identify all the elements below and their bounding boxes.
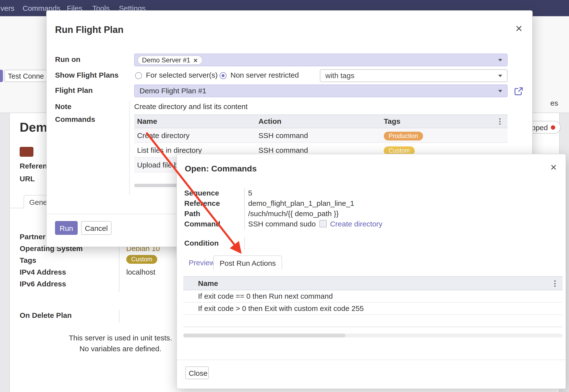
modal-title: Open: Commands xyxy=(185,164,257,174)
horizontal-scrollbar-track[interactable] xyxy=(183,334,563,337)
server-notes: This server is used in unit tests. No va… xyxy=(44,333,197,354)
create-directory-link[interactable]: Create directory xyxy=(330,220,382,228)
radio-selected-servers-label[interactable]: For selected server(s) xyxy=(146,71,218,79)
on-delete-plan-label: On Delete Plan xyxy=(20,311,72,319)
command-label: Command xyxy=(184,220,220,228)
note-line-2: No variables are defined. xyxy=(44,343,197,354)
close-button[interactable]: Close xyxy=(185,366,209,379)
cell-action: SSH command xyxy=(258,128,384,142)
reference-value: demo_flight_plan_1_plan_line_1 xyxy=(248,199,354,207)
group-divider xyxy=(129,101,130,195)
with-tags-select[interactable]: with tags xyxy=(320,69,508,82)
table-header: Name ⋮ xyxy=(183,276,563,290)
empty-row xyxy=(183,315,563,327)
ipv6-label: IPv6 Address xyxy=(20,280,66,288)
horizontal-scrollbar-thumb[interactable] xyxy=(183,334,345,337)
show-flight-plans-label: Show Flight Plans xyxy=(55,71,118,79)
header-name[interactable]: Name xyxy=(134,115,258,128)
remove-chip-icon[interactable]: ✕ xyxy=(193,56,198,65)
close-icon[interactable]: × xyxy=(550,162,557,173)
with-tags-value: with tags xyxy=(325,70,354,82)
flight-plan-select[interactable]: Demo Flight Plan #1 xyxy=(134,84,508,97)
tab-preview[interactable]: Preview xyxy=(189,255,215,270)
path-label: Path xyxy=(184,209,200,218)
nav-item-servers-partial[interactable]: vers xyxy=(0,0,14,16)
checkbox-unchecked[interactable] xyxy=(319,220,327,227)
commands-table-header: Name Action Tags ⋮ xyxy=(134,114,508,128)
label-value-divider-2 xyxy=(244,237,245,250)
sequence-value: 5 xyxy=(248,189,252,197)
condition-label: Condition xyxy=(184,239,219,247)
table-row[interactable]: Create directory SSH command Production xyxy=(134,128,508,143)
status-text-partial: pped xyxy=(531,123,548,131)
radio-selected-servers[interactable] xyxy=(135,72,142,79)
color-swatch[interactable] xyxy=(20,147,33,157)
commands-label: Commands xyxy=(55,115,95,123)
kebab-menu-icon[interactable]: ⋮ xyxy=(551,277,559,290)
sequence-label: Sequence xyxy=(184,189,219,197)
url-label: URL xyxy=(20,174,35,183)
tag-badge-production: Production xyxy=(384,132,423,140)
test-connection-button[interactable]: Test Conne xyxy=(4,70,47,82)
label-value-divider xyxy=(244,188,245,230)
header-tags[interactable]: Tags xyxy=(384,115,508,128)
chevron-down-icon[interactable] xyxy=(498,90,502,92)
ipv4-value: localhost xyxy=(126,268,155,276)
ipv4-label: IPv4 Address xyxy=(20,268,66,276)
screen: vers Commands Files Tools Settings Test … xyxy=(0,0,569,392)
tags-label: Tags xyxy=(20,256,36,264)
tags-badge[interactable]: Custom xyxy=(126,255,157,264)
cell-tags: Production xyxy=(384,128,508,142)
table-row[interactable]: If exit code == 0 then Run next command xyxy=(183,290,563,303)
radio-non-server-restricted[interactable] xyxy=(220,72,227,79)
flight-plan-label: Flight Plan xyxy=(55,86,93,94)
table-row[interactable]: If exit code > 0 then Exit with custom e… xyxy=(183,303,563,315)
cancel-button[interactable]: Cancel xyxy=(81,221,112,235)
header-action[interactable]: Action xyxy=(258,115,384,128)
selector-column xyxy=(183,277,198,290)
primary-button-partial[interactable] xyxy=(0,70,3,82)
command-value: SSH command sudo xyxy=(248,220,316,228)
status-stopped-icon xyxy=(551,125,555,129)
server-chip-label: Demo Server #1 xyxy=(142,56,190,65)
path-value: /such/much/{{ demo_path }} xyxy=(248,209,339,218)
server-chip[interactable]: Demo Server #1 ✕ xyxy=(138,56,202,65)
flight-plan-value: Demo Flight Plan #1 xyxy=(140,85,206,97)
chevron-down-icon[interactable] xyxy=(498,75,502,77)
cell-name: If exit code > 0 then Exit with custom e… xyxy=(198,303,563,314)
label-column-divider-2 xyxy=(119,310,119,323)
post-run-actions-table: Name ⋮ If exit code == 0 then Run next c… xyxy=(183,276,563,327)
note-value: Create directory and list its content xyxy=(134,102,248,111)
run-on-label: Run on xyxy=(55,55,80,63)
footer-divider xyxy=(177,360,566,360)
run-on-field[interactable]: Demo Server #1 ✕ xyxy=(134,54,508,66)
chevron-down-icon[interactable] xyxy=(498,59,502,61)
note-line-1: This server is used in unit tests. xyxy=(44,333,197,343)
partner-label: Partner xyxy=(20,232,45,241)
tab-post-run-actions[interactable]: Post Run Actions xyxy=(213,255,282,270)
radio-non-server-restricted-label[interactable]: Non server restricted xyxy=(230,71,299,79)
external-link-icon[interactable] xyxy=(514,87,523,95)
command-value-row: SSH command sudoCreate directory xyxy=(248,220,383,228)
modal-title: Run Flight Plan xyxy=(55,25,124,35)
breadcrumb-partial: es xyxy=(550,99,558,107)
cell-name: If exit code == 0 then Run next command xyxy=(198,290,563,302)
cell-name: Create directory xyxy=(134,128,258,142)
open-commands-modal: Open: Commands × Sequence 5 Reference de… xyxy=(176,154,566,389)
close-icon[interactable]: × xyxy=(515,23,522,34)
reference-label: Reference xyxy=(184,199,220,207)
note-label: Note xyxy=(55,102,71,111)
run-button[interactable]: Run xyxy=(55,221,78,235)
kebab-menu-icon[interactable]: ⋮ xyxy=(496,115,504,128)
header-name[interactable]: Name xyxy=(198,277,563,290)
